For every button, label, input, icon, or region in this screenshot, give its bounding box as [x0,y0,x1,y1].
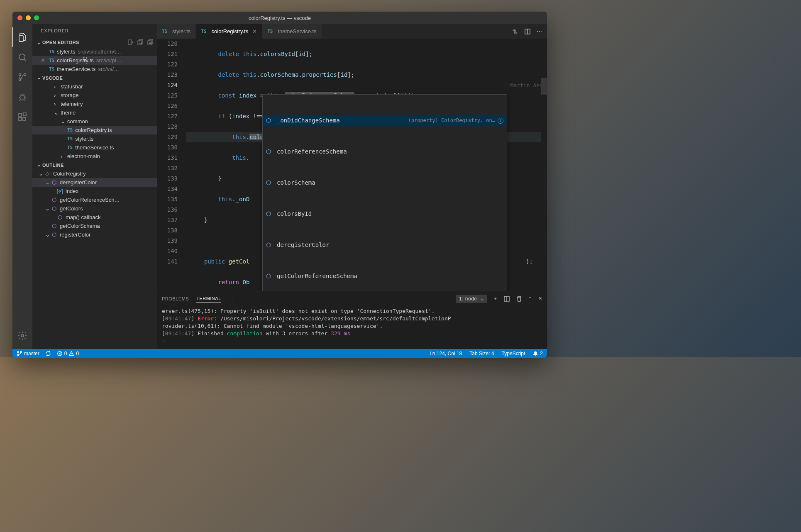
tab-colorregistry[interactable]: TS colorRegistry.ts ✕ [196,24,262,39]
method-icon: ⬡ [51,205,57,212]
outline-method-registercolor[interactable]: ⌄⬡registerColor [32,230,157,239]
suggest-widget[interactable]: ⬡ _onDidChangeSchema (property) ColorReg… [262,94,507,291]
split-terminal-icon[interactable] [503,295,510,302]
more-panels-icon[interactable]: ⋯ [229,296,234,301]
outline-method-getcolorreferencesch[interactable]: ⬡getColorReferenceSch… [32,195,157,204]
open-editors-label: OPEN EDITORS [42,40,79,45]
svg-point-3 [19,74,21,76]
minimap-slider[interactable] [541,78,547,95]
file-styler[interactable]: TSstyler.ts [32,134,157,143]
sidebar-title: EXPLORER [32,24,157,37]
workspace-header[interactable]: ⌄ VSCODE [32,73,157,82]
status-bar: master 0 0 Ln 124, Col 18 Tab Size: 4 Ty… [12,349,547,357]
editor-body[interactable]: 120121122123124 125126127128129 13013113… [157,39,547,291]
maximize-window-button[interactable] [34,15,39,20]
warning-icon [68,351,74,356]
outline-header[interactable]: ⌄ OUTLINE [32,161,157,169]
problems-status[interactable]: 0 0 [57,351,79,356]
more-actions-icon[interactable]: ⋯ [537,28,542,34]
code-content[interactable]: delete this.colorsById[id]; delete this.… [186,39,547,291]
maximize-panel-icon[interactable]: ⌃ [528,296,532,301]
kill-terminal-icon[interactable] [516,295,523,302]
file-name: colorRegistry.ts [57,57,94,63]
variable-icon: [⋄] [56,188,63,194]
suggest-item[interactable]: ⬡colorSchema [263,178,507,188]
outline-method-deregistercolor[interactable]: ⌄⬡deregisterColor [32,178,157,187]
svg-rect-11 [138,41,142,45]
source-control-icon[interactable] [12,67,32,87]
outline-method-getcolorschema[interactable]: ⬡getColorSchema [32,222,157,230]
minimize-window-button[interactable] [26,15,31,20]
open-editors-header[interactable]: ⌄ OPEN EDITORS [32,37,157,47]
cursor-position-status[interactable]: Ln 124, Col 18 [430,351,462,356]
file-themeservice[interactable]: TSthemeService.ts [32,143,157,152]
suggest-item[interactable]: ⬡getColorReferenceSchema [263,271,507,281]
new-file-icon[interactable] [127,39,134,46]
split-editor-icon[interactable] [524,28,531,35]
close-icon[interactable]: ✕ [41,57,49,63]
settings-gear-icon[interactable] [12,326,32,346]
outline-method-mapcallback[interactable]: ⬡map() callback [32,213,157,222]
panel-tabs: PROBLEMS TERMINAL ⋯ 1: node ⌄ ＋ ⌃ ✕ [157,291,547,306]
titlebar[interactable]: colorRegistry.ts — vscode [12,12,547,24]
notifications-status[interactable]: 2 [532,351,543,356]
git-branch-status[interactable]: master [17,351,39,356]
folder-theme[interactable]: ⌄theme [32,108,157,117]
panel-tab-problems[interactable]: PROBLEMS [162,295,189,303]
close-tab-icon[interactable]: ✕ [252,28,257,34]
folder-statusbar[interactable]: ›statusbar [32,82,157,91]
sync-status[interactable] [45,351,51,356]
tab-styler[interactable]: TS styler.ts [157,24,196,39]
svg-rect-5 [19,113,22,116]
explorer-icon[interactable] [12,27,32,47]
file-path: src/vs/platform/t… [78,49,121,55]
error-icon [57,351,63,356]
typescript-file-icon: TS [201,29,206,34]
close-all-icon[interactable] [147,39,154,46]
close-window-button[interactable] [17,15,22,20]
field-icon: ⬡ [266,115,274,126]
field-icon: ⬡ [266,178,274,188]
save-all-icon[interactable] [137,39,144,46]
language-mode-status[interactable]: TypeScript [502,351,525,356]
svg-rect-6 [19,117,22,120]
svg-rect-7 [23,117,26,120]
panel-tab-terminal[interactable]: TERMINAL [196,294,221,303]
minimap[interactable] [541,39,547,291]
tab-size-status[interactable]: Tab Size: 4 [469,351,494,356]
suggest-item[interactable]: ⬡colorReferenceSchema [263,146,507,157]
extensions-icon[interactable] [12,107,32,127]
method-icon: ⬡ [51,223,57,229]
debug-icon[interactable] [12,87,32,107]
main-area: EXPLORER ⌄ OPEN EDITORS ☟ TS styler.ts s… [12,24,547,349]
info-icon[interactable]: i [498,118,503,124]
tab-themeservice[interactable]: TS themeService.ts [262,24,322,39]
folder-common[interactable]: ⌄common [32,117,157,126]
sync-icon [45,351,51,356]
folder-storage[interactable]: ›storage [32,91,157,100]
folder-electron-main[interactable]: ›electron-main [32,152,157,161]
terminal-output[interactable]: erver.ts(475,15): Property 'isBuilt' doe… [157,306,547,349]
terminal-selector[interactable]: 1: node ⌄ [456,295,487,303]
suggest-item[interactable]: ⬡deregisterColor [263,240,507,250]
folder-telemetry[interactable]: ›telemetry [32,100,157,108]
file-colorregistry[interactable]: TScolorRegistry.ts [32,126,157,134]
svg-point-0 [19,54,25,60]
line-number-gutter: 120121122123124 125126127128129 13013113… [157,39,186,291]
search-icon[interactable] [12,47,32,67]
field-icon: ⬡ [266,146,274,157]
open-editor-styler[interactable]: TS styler.ts src/vs/platform/t… [32,47,157,56]
open-editor-colorregistry[interactable]: ✕ TS colorRegistry.ts src/vs/pl… [32,56,157,65]
open-editor-themeservice[interactable]: TS themeService.ts src/vs/… [32,65,157,73]
outline-class-colorregistry[interactable]: ⌄◇ColorRegistry [32,169,157,178]
suggest-item[interactable]: ⬡colorsById [263,209,507,219]
new-terminal-icon[interactable]: ＋ [493,295,498,302]
workspace-name: VSCODE [42,76,63,81]
close-panel-icon[interactable]: ✕ [538,296,542,301]
compare-changes-icon[interactable] [512,28,518,35]
chevron-right-icon: › [54,83,59,90]
suggest-item-ondidchangeschema[interactable]: ⬡ _onDidChangeSchema (property) ColorReg… [263,115,507,126]
panel: PROBLEMS TERMINAL ⋯ 1: node ⌄ ＋ ⌃ ✕ erve… [157,291,547,349]
outline-method-getcolors[interactable]: ⌄⬡getColors [32,204,157,213]
outline-var-index[interactable]: [⋄]index [32,187,157,195]
